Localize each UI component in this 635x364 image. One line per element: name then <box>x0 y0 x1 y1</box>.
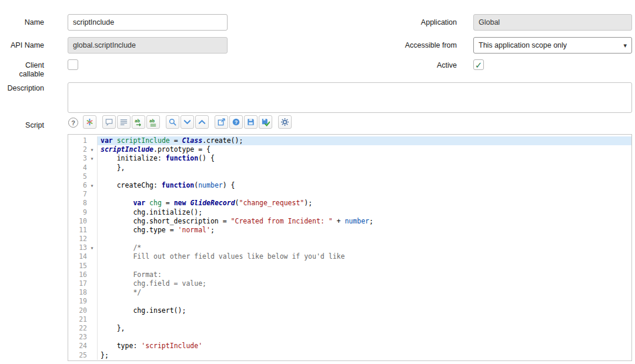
script-include-form: Name API Name Client callable Descriptio… <box>0 0 635 364</box>
fold-arrow-icon[interactable] <box>87 342 97 350</box>
code-line[interactable]: 11 chg.type = 'normal'; <box>68 226 631 235</box>
accessible-from-value: This application scope only <box>479 41 567 49</box>
fold-arrow-icon[interactable] <box>87 252 97 261</box>
fold-arrow-icon[interactable] <box>87 172 97 181</box>
code-line[interactable]: 2▾scriptInclude.prototype = { <box>68 145 631 154</box>
comment-bubble-icon <box>105 118 113 126</box>
code-line[interactable]: 15 <box>68 262 631 271</box>
fold-arrow-icon[interactable] <box>87 226 97 235</box>
svg-text:?: ? <box>235 119 238 125</box>
code-line[interactable]: 23 <box>68 333 631 342</box>
preferences-button[interactable] <box>278 115 292 129</box>
chevron-down-icon: ▾ <box>623 42 627 49</box>
fold-arrow-icon[interactable] <box>87 235 97 243</box>
code-line[interactable]: 20 chg.insert(); <box>68 306 631 315</box>
fold-arrow-icon[interactable] <box>87 208 97 217</box>
script-toolbar: ab ab ? <box>83 115 293 129</box>
find-previous-button[interactable] <box>195 115 209 129</box>
script-help-icon[interactable]: ? <box>68 118 78 128</box>
code-line[interactable]: 8 var chg = new GlideRecord("change_requ… <box>68 199 631 208</box>
help-button[interactable]: ? <box>229 115 243 129</box>
fold-arrow-icon[interactable] <box>87 333 97 342</box>
fold-arrow-icon[interactable]: ▾ <box>87 145 97 154</box>
code-line[interactable]: 7 <box>68 190 631 199</box>
fold-arrow-icon[interactable] <box>87 297 97 306</box>
open-full-editor-button[interactable] <box>215 115 228 129</box>
description-label: Description <box>0 84 44 93</box>
save-button[interactable] <box>244 115 258 129</box>
replace-all-button[interactable]: ab <box>146 115 160 129</box>
fold-arrow-icon[interactable] <box>87 190 97 199</box>
client-callable-label: Client callable <box>0 61 44 79</box>
search-button[interactable] <box>166 115 179 129</box>
code-line[interactable]: 25}; <box>68 351 631 360</box>
fold-arrow-icon[interactable] <box>87 262 97 271</box>
format-code-icon <box>85 118 94 126</box>
fold-arrow-icon[interactable] <box>87 315 97 324</box>
replace-icon: ab <box>134 118 143 126</box>
client-callable-checkbox[interactable]: ✓ <box>68 59 78 70</box>
save-check-button[interactable] <box>259 115 272 129</box>
fold-arrow-icon[interactable] <box>87 217 97 226</box>
fold-arrow-icon[interactable] <box>87 279 97 288</box>
code-line[interactable]: 3▾ initialize: function() { <box>68 154 631 163</box>
gear-icon <box>280 118 289 126</box>
code-line[interactable]: 16 Format: <box>68 271 631 279</box>
fold-arrow-icon[interactable]: ▾ <box>87 181 97 190</box>
code-line[interactable]: 6▾ createChg: function(number) { <box>68 181 631 190</box>
code-line[interactable]: 13▾ /* <box>68 243 631 252</box>
fold-arrow-icon[interactable] <box>87 136 97 145</box>
code-line[interactable]: 9 chg.initialize(); <box>68 208 631 217</box>
active-checkbox[interactable]: ✓ <box>473 59 484 70</box>
replace-all-icon: ab <box>149 118 158 126</box>
script-label: Script <box>0 121 44 130</box>
code-line[interactable]: 24 type: 'scriptInclude' <box>68 342 631 350</box>
active-label: Active <box>329 61 457 70</box>
chevron-down-icon <box>183 118 192 126</box>
open-in-window-icon <box>217 118 226 126</box>
chevron-up-icon <box>198 118 206 126</box>
description-textarea[interactable] <box>68 82 632 113</box>
code-line[interactable]: 5 <box>68 172 631 181</box>
text-lines-icon <box>119 118 128 126</box>
check-icon: ✓ <box>475 61 483 69</box>
accessible-from-label: Accessible from <box>329 41 457 50</box>
format-code-button[interactable] <box>83 115 96 129</box>
code-line[interactable]: 17 chg.field = value; <box>68 279 631 288</box>
fold-arrow-icon[interactable] <box>87 351 97 360</box>
code-line[interactable]: 12 <box>68 235 631 243</box>
code-line[interactable]: 1var scriptInclude = Class.create(); <box>68 136 631 145</box>
name-label: Name <box>0 18 44 27</box>
code-line[interactable]: 10 chg.short_description = "Created from… <box>68 217 631 226</box>
application-label: Application <box>329 18 457 27</box>
svg-text:ab: ab <box>149 118 155 123</box>
code-line[interactable]: 19 <box>68 297 631 306</box>
save-disk-icon <box>246 118 255 126</box>
fold-arrow-icon[interactable] <box>87 163 97 172</box>
script-editor[interactable]: 1var scriptInclude = Class.create();2▾sc… <box>68 134 632 361</box>
application-input[interactable] <box>473 14 632 31</box>
code-line[interactable]: 21 <box>68 315 631 324</box>
fold-arrow-icon[interactable] <box>87 288 97 297</box>
accessible-from-select[interactable]: This application scope only ▾ <box>473 37 632 54</box>
code-line[interactable]: 22 }, <box>68 324 631 333</box>
code-line[interactable]: 4 }, <box>68 163 631 172</box>
help-globe-icon: ? <box>232 118 240 126</box>
fold-arrow-icon[interactable] <box>87 306 97 315</box>
fold-arrow-icon[interactable] <box>87 324 97 333</box>
replace-button[interactable]: ab <box>132 115 145 129</box>
comment-lines-button[interactable] <box>117 115 131 129</box>
fold-arrow-icon[interactable]: ▾ <box>87 154 97 163</box>
code-line[interactable]: 14 Fill out other field values like belo… <box>68 252 631 261</box>
name-input[interactable] <box>68 14 228 31</box>
code-line[interactable]: 18 */ <box>68 288 631 297</box>
search-icon <box>168 118 177 126</box>
fold-arrow-icon[interactable]: ▾ <box>87 243 97 252</box>
fold-arrow-icon[interactable] <box>87 271 97 279</box>
script-editor-lines: 1var scriptInclude = Class.create();2▾sc… <box>68 136 631 360</box>
find-next-button[interactable] <box>181 115 194 129</box>
toggle-comment-button[interactable] <box>102 115 116 129</box>
fold-arrow-icon[interactable] <box>87 199 97 208</box>
api-name-input[interactable] <box>68 37 228 54</box>
save-check-icon <box>261 118 270 126</box>
